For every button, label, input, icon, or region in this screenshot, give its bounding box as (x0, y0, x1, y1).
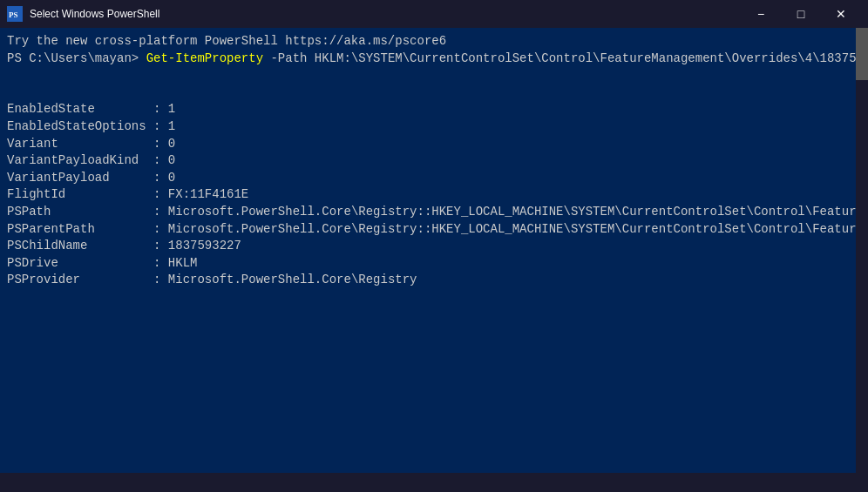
prop-value-12: Microsoft.PowerShell.Core\Registry (168, 273, 417, 286)
prop-name-4: VariantPayload : (7, 171, 168, 185)
maximize-button[interactable]: □ (781, 0, 821, 28)
command-params: -Path HKLM:\SYSTEM\CurrentControlSet\Con… (263, 51, 856, 65)
prompt: PS C:\Users\mayan> (7, 51, 146, 65)
prop-name-10: PSChildName : (7, 239, 168, 253)
prop-value-0: 1 (168, 102, 175, 116)
powershell-icon: PS (7, 6, 23, 22)
prop-name-5: FlightId : (7, 187, 168, 201)
prop-value-11: HKLM (168, 256, 198, 270)
prop-value-3: 0 (168, 153, 175, 167)
prop-name-11: PSDrive : (7, 256, 168, 270)
titlebar-left: PS Select Windows PowerShell (7, 6, 159, 22)
scrollbar[interactable] (856, 28, 868, 473)
prop-name-0: EnabledState : (7, 102, 168, 116)
command-keyword: Get-ItemProperty (146, 51, 263, 65)
prop-name-3: VariantPayloadKind : (7, 153, 168, 167)
statusbar (0, 473, 868, 492)
minimize-button[interactable]: − (741, 0, 781, 28)
prop-psparentpath-name: PSParentPath : (7, 222, 168, 236)
scrollbar-thumb[interactable] (856, 28, 868, 80)
prop-psparentpath-value: Microsoft.PowerShell.Core\Registry::HKEY… (168, 222, 856, 236)
prop-value-2: 0 (168, 137, 175, 151)
prop-pspath-value: Microsoft.PowerShell.Core\Registry::HKEY… (168, 205, 856, 219)
prop-name-1: EnabledStateOptions : (7, 119, 168, 133)
window-controls: − □ ✕ (741, 0, 861, 28)
terminal-output[interactable]: Try the new cross-platform PowerShell ht… (0, 28, 856, 473)
titlebar: PS Select Windows PowerShell − □ ✕ (0, 0, 868, 28)
prop-value-5: FX:11F4161E (168, 187, 248, 201)
prop-value-4: 0 (168, 171, 175, 185)
close-button[interactable]: ✕ (821, 0, 861, 28)
content-area: Try the new cross-platform PowerShell ht… (0, 28, 868, 473)
prop-name-2: Variant : (7, 137, 168, 151)
prop-name-12: PSProvider : (7, 273, 168, 286)
powershell-window: PS Select Windows PowerShell − □ ✕ Try t… (0, 0, 868, 492)
svg-text:PS: PS (9, 10, 18, 19)
prop-pspath-name: PSPath : (7, 205, 168, 219)
prop-value-1: 1 (168, 119, 175, 133)
hint-line: Try the new cross-platform PowerShell ht… (7, 34, 446, 48)
prop-value-10: 1837593227 (168, 239, 241, 253)
window-title: Select Windows PowerShell (30, 8, 159, 20)
